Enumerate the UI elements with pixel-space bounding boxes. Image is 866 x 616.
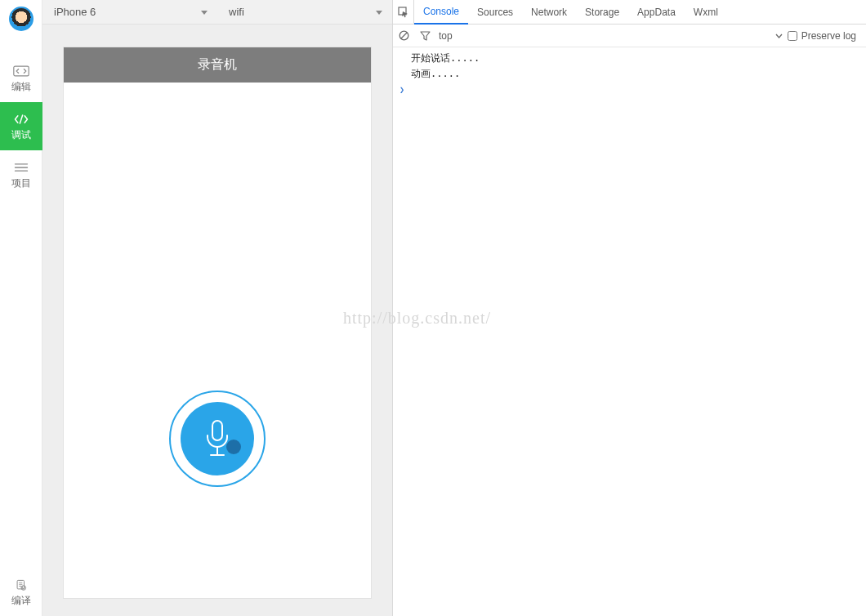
- filter-icon: [420, 31, 431, 41]
- svg-line-8: [401, 33, 407, 38]
- inspect-element-button[interactable]: [393, 0, 414, 25]
- clear-icon: [399, 30, 409, 41]
- console-output[interactable]: 开始说话..... 动画.....: [393, 47, 866, 616]
- tab-label: Network: [531, 7, 567, 18]
- avatar[interactable]: [9, 7, 33, 31]
- simulator-surface: 录音机: [42, 25, 392, 616]
- compile-icon: [13, 579, 29, 591]
- clear-console-button[interactable]: [393, 25, 414, 47]
- console-toolbar: top Preserve log: [393, 25, 866, 47]
- sidebar-item-label: 编译: [11, 594, 31, 608]
- tab-label: Storage: [585, 7, 619, 18]
- sidebar-item-compile[interactable]: 编译: [0, 568, 42, 616]
- console-line: 动画.....: [393, 66, 866, 82]
- tab-label: AppData: [637, 7, 676, 18]
- record-button-inner: [181, 402, 254, 475]
- record-indicator-dot: [226, 440, 241, 454]
- record-button[interactable]: [169, 391, 266, 487]
- tab-label: Wxml: [694, 7, 718, 18]
- tab-network[interactable]: Network: [522, 0, 576, 25]
- sidebar-item-label: 调试: [11, 128, 31, 142]
- tab-console[interactable]: Console: [414, 0, 468, 25]
- menu-icon: [13, 162, 29, 173]
- tab-label: Console: [423, 6, 459, 17]
- debug-icon: [13, 114, 29, 125]
- console-prompt[interactable]: [393, 82, 866, 96]
- preserve-log-checkbox[interactable]: [788, 31, 797, 41]
- left-sidebar: 编辑 调试 项目 编译: [0, 0, 42, 616]
- devtools-tabs: Console Sources Network Storage AppData …: [393, 0, 866, 25]
- network-select-value: wifi: [229, 6, 244, 18]
- execution-context-select[interactable]: top: [435, 30, 458, 42]
- devtools-panel: Console Sources Network Storage AppData …: [392, 0, 866, 616]
- tab-sources[interactable]: Sources: [468, 0, 522, 25]
- network-select[interactable]: wifi: [217, 0, 392, 25]
- phone-frame: 录音机: [64, 47, 371, 598]
- sidebar-item-label: 编辑: [11, 80, 31, 94]
- simulator-toolbar: iPhone 6 wifi: [42, 0, 392, 25]
- device-select-value: iPhone 6: [54, 6, 96, 18]
- phone-title-bar: 录音机: [64, 47, 371, 83]
- inspect-icon: [398, 7, 409, 18]
- tab-label: Sources: [477, 7, 513, 18]
- sidebar-item-label: 项目: [11, 176, 31, 190]
- filter-button[interactable]: [414, 25, 435, 47]
- execution-context-value: top: [439, 30, 453, 42]
- microphone-icon: [201, 417, 234, 460]
- chevron-down-icon: [775, 33, 783, 39]
- log-level-select[interactable]: [771, 33, 788, 39]
- console-line: 开始说话.....: [393, 51, 866, 66]
- code-icon: [13, 65, 29, 77]
- sidebar-item-project[interactable]: 项目: [0, 150, 42, 199]
- sidebar-item-edit[interactable]: 编辑: [0, 54, 42, 102]
- tab-wxml[interactable]: Wxml: [685, 0, 727, 25]
- tab-storage[interactable]: Storage: [576, 0, 628, 25]
- tab-appdata[interactable]: AppData: [628, 0, 685, 25]
- sidebar-item-debug[interactable]: 调试: [0, 102, 42, 150]
- page-title: 录音机: [198, 56, 237, 74]
- preserve-log-label: Preserve log: [801, 30, 856, 42]
- device-select[interactable]: iPhone 6: [42, 0, 217, 25]
- preserve-log-toggle[interactable]: Preserve log: [788, 30, 866, 42]
- svg-rect-3: [212, 421, 222, 440]
